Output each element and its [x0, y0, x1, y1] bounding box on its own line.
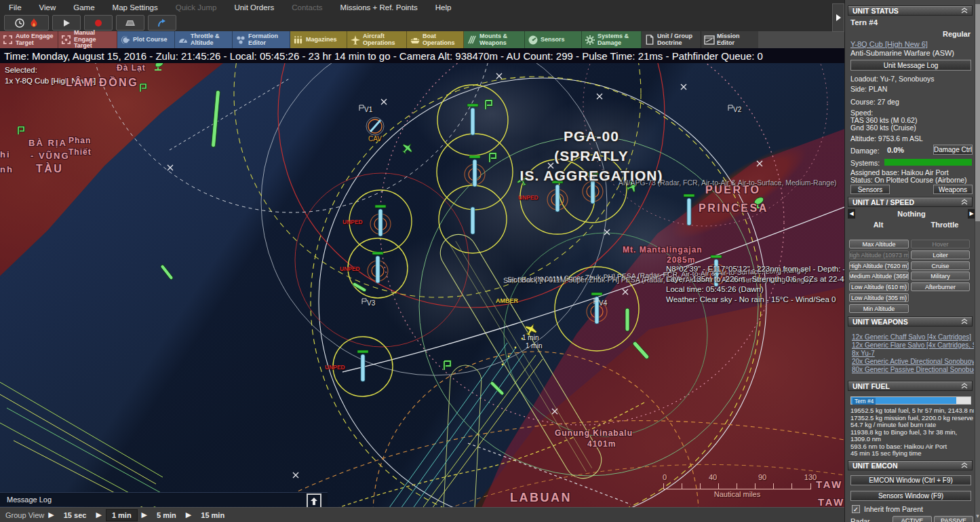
unit-status-header[interactable]: UNIT STATUS — [848, 5, 973, 16]
menu-map-settings[interactable]: Map Settings — [104, 3, 167, 12]
mission-editor-button[interactable]: Mission Editor — [701, 31, 758, 48]
collapse-chevron-icon[interactable] — [961, 462, 968, 468]
unit-alt-speed-header[interactable]: UNIT ALT / SPEED — [848, 197, 973, 207]
refpoint-v2[interactable]: V2 — [733, 106, 741, 113]
weapons-panel-button[interactable]: Weapons — [933, 185, 973, 194]
collapse-chevron-icon[interactable] — [961, 383, 968, 389]
up-arrow-icon — [311, 498, 317, 505]
collapse-chevron-icon[interactable] — [961, 7, 968, 14]
unit-message-log-button[interactable]: Unit Message Log — [850, 60, 971, 71]
damage-ctrl-button[interactable]: Damage Ctrl — [933, 145, 973, 155]
button-label: Auto Engage Target — [16, 33, 56, 46]
magazines-button[interactable]: Magazines — [290, 31, 347, 48]
manual-engage-icon — [60, 35, 72, 45]
menu-file[interactable]: File — [0, 3, 31, 12]
play-icon[interactable]: ▶ — [48, 510, 54, 519]
record-button[interactable] — [84, 15, 113, 31]
sidebar-scrollbar-thumb[interactable] — [975, 4, 980, 221]
manual-engage-target-button[interactable]: Manual Engage Target — [58, 31, 117, 48]
map-label-vung: - VŨNG — [31, 151, 70, 161]
refpoint-v4[interactable]: V4 — [599, 299, 607, 307]
throttle-cruise-button[interactable]: Cruise — [911, 261, 970, 270]
contact-symbols[interactable] — [357, 104, 726, 381]
weapon-link-flare[interactable]: 12x Generic Flare Salvo [4x Cartridges, … — [852, 341, 974, 349]
refpoint-v3[interactable]: V3 — [367, 299, 375, 307]
throttle-altitude-button[interactable]: Throttle & Altitude — [175, 31, 233, 48]
range-ring-white-dashed — [88, 63, 495, 212]
alt-low-305-button[interactable]: Low Altitude (305 m) — [849, 293, 909, 302]
menu-missions-refpoints[interactable]: Missions + Ref. Points — [332, 3, 427, 12]
play-icon[interactable]: ▶ — [96, 510, 101, 519]
boat-icon — [409, 35, 420, 45]
alt-min-button[interactable]: Min Altitude — [849, 304, 909, 313]
unit-group-doctrine-button[interactable]: Unit / Group Doctrine — [642, 31, 701, 48]
speed-5min[interactable]: 5 min — [151, 510, 182, 521]
friendly-flag-icons[interactable] — [18, 84, 496, 370]
auto-engage-target-button[interactable]: Auto Engage Target — [0, 31, 58, 48]
sensors-panel-button[interactable]: Sensors — [850, 185, 890, 194]
unit-emcon-header[interactable]: UNIT EMCON — [848, 460, 973, 470]
speed-1min[interactable]: 1 min — [106, 509, 138, 521]
weapon-link-chaff[interactable]: 12x Generic Chaff Salvo [4x Cartridges] — [852, 333, 974, 341]
play-icon[interactable]: ▶ — [142, 510, 147, 519]
cav-contact-symbol[interactable] — [366, 117, 384, 135]
speed-15min[interactable]: 15 min — [195, 510, 230, 521]
throttle-military-button[interactable]: Military — [911, 272, 970, 280]
scale-unit-label: Nautical miles — [663, 490, 811, 498]
weapon-link-active-sonobuoy[interactable]: 20x Generic Active Directional Sonobuoy — [852, 358, 974, 365]
sensors-button[interactable]: Sensors — [525, 31, 582, 48]
alt-high-7620-button[interactable]: High Altitude (7620 m) — [849, 261, 909, 270]
button-label: Mounts & Weapons — [479, 33, 522, 46]
unit-weapons-header[interactable]: UNIT WEAPONS — [848, 316, 973, 327]
menu-view[interactable]: View — [31, 3, 65, 12]
doctrine-icon — [644, 35, 655, 45]
throttle-afterburner-button[interactable]: Afterburner — [911, 282, 970, 291]
group-view-label[interactable]: Group View — [5, 511, 44, 519]
tactical-map[interactable]: Selected: 1x Y-8Q Cub [High New 6] Đà Lạ… — [0, 63, 844, 522]
alt-medium-button[interactable]: Medium Altitude (3658 — [849, 272, 909, 280]
right-triangle-icon — [836, 14, 842, 22]
button-label: Systems & Damage — [597, 33, 639, 46]
message-log-expand-button[interactable] — [307, 493, 321, 508]
throttle-loiter-button[interactable]: Loiter — [911, 250, 970, 259]
sidebar-collapse-button[interactable] — [832, 3, 844, 32]
radar-active-button[interactable]: ACTIVE — [893, 516, 932, 522]
time-compression-button[interactable] — [4, 15, 49, 31]
systems-damage-button[interactable]: Systems & Damage — [582, 31, 642, 48]
mounts-weapons-button[interactable]: Mounts & Weapons — [464, 31, 525, 48]
refpoint-v1[interactable]: V1 — [364, 106, 372, 113]
refpoint-cav[interactable]: CAV — [368, 135, 382, 143]
alt-max-button[interactable]: Max Altitude — [849, 240, 909, 248]
map-label-kinabalu: Gunung Kinabalu — [555, 428, 633, 438]
radar-passive-button[interactable]: PASSIVE — [934, 516, 973, 522]
alt-low-610-button[interactable]: Low Altitude (610 m) — [849, 282, 909, 291]
weapon-link-passive-sonobuoy[interactable]: 80x Generic Passive Directional Sonobuoy — [852, 366, 974, 373]
emcon-window-button[interactable]: EMCON Window (Ctrl + F9) — [850, 475, 971, 485]
map-label-frag-2: nh — [0, 164, 14, 174]
screen-button[interactable] — [116, 15, 144, 31]
menu-help[interactable]: Help — [427, 3, 460, 12]
scrollbar-down-arrow[interactable]: ▼ — [975, 512, 980, 521]
menu-game[interactable]: Game — [64, 3, 103, 12]
unit-class-link[interactable]: Y-8Q Cub [High New 6] — [850, 40, 973, 48]
cursor-position: N8°02'39" - E117°05'12" - 223nm from sel… — [666, 264, 844, 274]
unit-fuel-header[interactable]: UNIT FUEL — [848, 381, 973, 391]
unit-status-line: Status: On Plotted Course (Airborne) — [850, 176, 973, 184]
speed-15sec[interactable]: 15 sec — [58, 510, 92, 521]
unit-info-sidebar: UNIT STATUS Tern #4 Regular Y-8Q Cub [Hi… — [844, 0, 980, 522]
collapse-chevron-icon[interactable] — [961, 199, 968, 205]
menu-unit-orders[interactable]: Unit Orders — [225, 3, 283, 12]
collapse-chevron-icon[interactable] — [961, 318, 968, 324]
jump-button[interactable] — [148, 15, 176, 31]
formation-editor-button[interactable]: Formation Editor — [233, 31, 290, 48]
inherit-parent-checkbox[interactable]: ✓ — [852, 505, 860, 513]
run-button[interactable] — [52, 15, 81, 31]
weapon-link-yu7[interactable]: 8x Yu-7 — [852, 350, 974, 357]
aircraft-operations-button[interactable]: Aircraft Operations — [347, 31, 407, 48]
message-log-bar[interactable]: Message Log — [0, 492, 328, 506]
refpoint-amber[interactable]: AMBER — [496, 297, 518, 304]
sensors-window-button[interactable]: Sensors Window (F9) — [850, 491, 971, 501]
boat-operations-button[interactable]: Boat Operations — [407, 31, 464, 48]
plot-course-button[interactable]: Plot Course — [117, 31, 175, 48]
play-icon[interactable]: ▶ — [186, 510, 191, 519]
